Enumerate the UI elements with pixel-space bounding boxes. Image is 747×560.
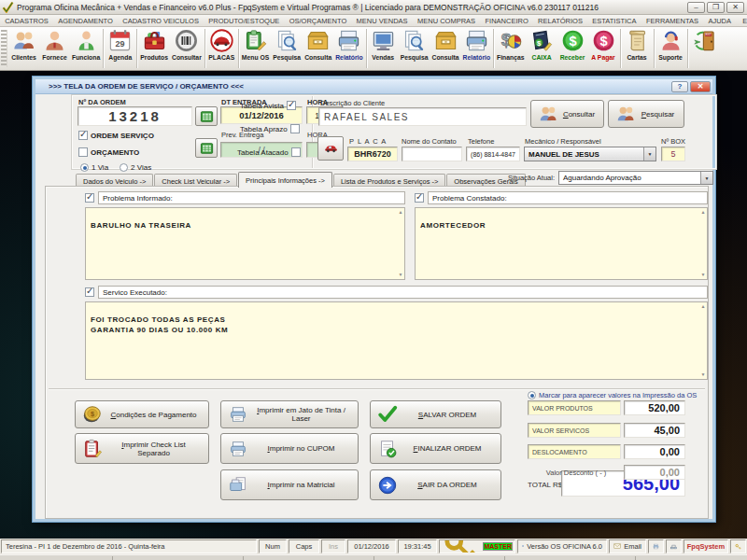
search-docs-icon bbox=[275, 28, 300, 53]
scroll-up-icon[interactable]: ▲ bbox=[700, 304, 706, 309]
mechanic-dropdown[interactable]: MANUEL DE JESUS ▼ bbox=[524, 147, 656, 161]
scroll-up-icon[interactable]: ▲ bbox=[398, 210, 403, 215]
problem-informed-text: BARULHO NA TRASEIRA bbox=[91, 221, 191, 230]
save-order-button[interactable]: SALVAR ORDEM bbox=[370, 400, 501, 428]
scroll-down-icon[interactable]: ▼ bbox=[700, 372, 706, 377]
budget-checkbox-row[interactable]: ORÇAMENTO bbox=[78, 147, 139, 157]
via2-radio[interactable] bbox=[120, 163, 128, 172]
toolbar-relat-rio[interactable]: Relatório bbox=[333, 27, 364, 70]
box-label: Nº BOX bbox=[661, 137, 685, 146]
scroll-down-icon[interactable]: ▼ bbox=[398, 273, 403, 277]
toolbar-relat-rio[interactable]: Relatório bbox=[461, 27, 492, 70]
plate-field[interactable]: BHR6720 bbox=[347, 147, 398, 161]
toolbar-funciona[interactable]: Funciona bbox=[70, 27, 102, 70]
consult-client-button[interactable]: Consultar bbox=[530, 100, 604, 128]
problem-informed-textarea[interactable]: BARULHO NA TRASEIRA ▲ ▼ bbox=[85, 207, 405, 280]
toolbar-consultar[interactable]: Consultar bbox=[170, 27, 204, 70]
dialog-help-button[interactable]: ? bbox=[671, 81, 688, 92]
menu-cadastros[interactable]: CADASTROS bbox=[0, 17, 53, 25]
box-field[interactable]: 5 bbox=[661, 147, 685, 161]
via-radios[interactable]: 1 Via 2 Vias bbox=[80, 163, 151, 172]
price-term-checkbox[interactable] bbox=[290, 124, 300, 133]
toolbar-caixa[interactable]: $CAIXA bbox=[527, 27, 557, 70]
order-number-field[interactable]: 13218 bbox=[78, 106, 192, 126]
toolbar-a-pagar[interactable]: $A Pagar bbox=[588, 27, 619, 70]
menu-financeiro[interactable]: FINANCEIRO bbox=[480, 17, 533, 25]
close-button[interactable]: ✕ bbox=[726, 2, 744, 13]
service-executed-checkbox[interactable] bbox=[85, 287, 94, 297]
status-email[interactable]: Email bbox=[609, 539, 646, 553]
contact-field[interactable] bbox=[402, 147, 462, 161]
toolbar-consulta[interactable]: Consulta bbox=[303, 27, 333, 70]
minimize-button[interactable]: – bbox=[687, 2, 705, 13]
problem-found-checkbox[interactable] bbox=[415, 193, 424, 203]
menu-e-mail[interactable]: E-MAIL bbox=[736, 17, 747, 25]
budget-checkbox[interactable] bbox=[78, 147, 88, 157]
menu-menu-vendas[interactable]: MENU VENDAS bbox=[351, 17, 412, 25]
status-printer[interactable] bbox=[648, 539, 664, 553]
show-values-row[interactable]: Marcar para aparecer valores na Impressã… bbox=[528, 391, 697, 399]
problem-found-textarea[interactable]: AMORTECEDOR ▲ ▼ bbox=[415, 207, 708, 280]
scroll-up-icon[interactable]: ▲ bbox=[700, 210, 706, 215]
problem-informed-checkbox[interactable] bbox=[85, 193, 94, 203]
scroll-down-icon[interactable]: ▼ bbox=[700, 273, 706, 277]
menu-ferramentas[interactable]: FERRAMENTAS bbox=[641, 17, 704, 25]
show-values-radio[interactable] bbox=[528, 391, 536, 399]
dialog-titlebar: >>> TELA DA ORDEM DE SERVIÇO / ORÇAMENTO… bbox=[35, 79, 712, 94]
current-status-dropdown[interactable]: Aguardando Aprovação ▼ bbox=[558, 171, 713, 185]
print-coupon-button[interactable]: Imprimir no CUPOM bbox=[220, 433, 359, 464]
menu-os-or-amento[interactable]: OS/ORÇAMENTO bbox=[285, 17, 352, 25]
toolbar-clientes[interactable]: Clientes bbox=[8, 27, 39, 70]
order-service-checkbox-row[interactable]: ORDEM SERVIÇO bbox=[78, 131, 154, 140]
entry-date-calendar-button[interactable] bbox=[195, 106, 218, 126]
print-checklist-button[interactable]: Imprimir Check List Separado bbox=[75, 433, 209, 464]
status-network[interactable] bbox=[666, 539, 682, 553]
print-inkjet-button[interactable]: Imprimir em Jato de Tinta / Laser bbox=[220, 400, 359, 428]
service-executed-textarea[interactable]: FOI TROCADO TODAS AS PEÇAS GARANTIA 90 D… bbox=[85, 301, 708, 380]
menu-estatistica[interactable]: ESTATISTICA bbox=[587, 17, 641, 25]
print-matrix-button[interactable]: Imprimir na Matricial bbox=[220, 469, 359, 500]
toolbar-receber[interactable]: $Receber bbox=[557, 27, 588, 70]
via1-radio[interactable] bbox=[80, 163, 89, 172]
menu-menu-compras[interactable]: MENU COMPRAS bbox=[413, 17, 480, 25]
toolbar-suporte[interactable]: Suporte bbox=[655, 27, 686, 70]
toolbar-placas[interactable]: PLACAS bbox=[206, 27, 237, 70]
chevron-down-icon[interactable]: ▼ bbox=[643, 147, 655, 161]
finalize-order-button[interactable]: FINALIZAR ORDEM bbox=[370, 433, 501, 464]
price-cash-checkbox[interactable] bbox=[287, 101, 296, 110]
price-wholesale-checkbox[interactable] bbox=[291, 147, 301, 157]
tab-principais-informa-es[interactable]: Principais Informações -> bbox=[238, 172, 332, 188]
toolbar-cartas[interactable]: Cartas bbox=[622, 27, 653, 70]
price-cash-row[interactable]: Tabela Avista bbox=[240, 101, 296, 110]
delivery-date-calendar-button[interactable] bbox=[195, 138, 218, 158]
chevron-down-icon[interactable]: ▼ bbox=[700, 172, 712, 184]
toolbar-finan-as[interactable]: $Finanças bbox=[495, 27, 526, 70]
toolbar-pesquisa[interactable]: Pesquisa bbox=[271, 27, 303, 70]
toolbar-fornece[interactable]: Fornece bbox=[39, 27, 70, 70]
toolbar-vendas[interactable]: Vendas bbox=[368, 27, 399, 70]
order-service-checkbox[interactable] bbox=[78, 131, 88, 140]
toolbar-agenda[interactable]: 29Agenda bbox=[105, 27, 135, 70]
menu-cadastro-veiculos[interactable]: CADASTRO VEICULOS bbox=[118, 17, 204, 25]
price-wholesale-row[interactable]: Tabela Atacado bbox=[237, 147, 301, 157]
menu-os-clipboard-icon bbox=[243, 28, 268, 53]
restore-button[interactable]: ❒ bbox=[707, 2, 725, 13]
toolbar-pesquisa[interactable]: Pesquisa bbox=[399, 27, 430, 70]
phone-field[interactable]: (86) 8814-4847 bbox=[466, 147, 520, 161]
toolbar-menu-os[interactable]: Menu OS bbox=[240, 27, 271, 70]
client-name-field[interactable]: RAFAEL SALES bbox=[318, 107, 527, 126]
vehicle-car-button[interactable] bbox=[317, 136, 344, 161]
menu-agendamento[interactable]: AGENDAMENTO bbox=[53, 17, 118, 25]
dialog-close-button[interactable]: ✕ bbox=[690, 81, 711, 92]
menu-produto-estoque[interactable]: PRODUTO/ESTOQUE bbox=[204, 17, 284, 25]
exit-order-button[interactable]: SAIR DA ORDEM bbox=[370, 469, 501, 500]
separator bbox=[49, 388, 705, 389]
price-term-row[interactable]: Tabela Aprazo bbox=[240, 124, 300, 133]
menu-ajuda[interactable]: AJUDA bbox=[703, 17, 736, 25]
toolbar-produtos[interactable]: Produtos bbox=[138, 27, 170, 70]
toolbar-exit[interactable]: EXIT bbox=[689, 27, 720, 70]
payment-conditions-button[interactable]: $ Condições de Pagamento bbox=[75, 400, 209, 428]
search-client-button[interactable]: Pesquisar bbox=[608, 100, 684, 128]
toolbar-consulta[interactable]: Consulta bbox=[430, 27, 461, 70]
menu-relat-rios[interactable]: RELATÓRIOS bbox=[533, 17, 587, 25]
